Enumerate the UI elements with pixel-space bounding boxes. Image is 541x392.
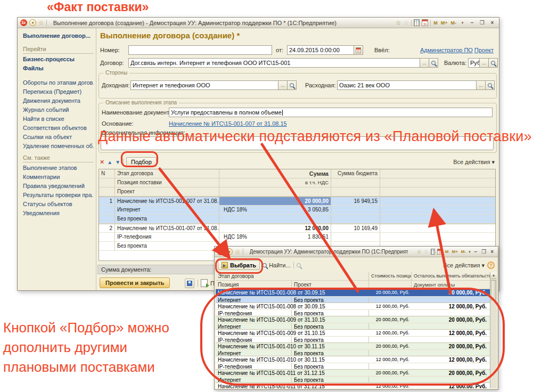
add-favorite-icon[interactable]: ☆ [396, 20, 401, 26]
add-favorite-icon[interactable]: ☆ [417, 249, 422, 255]
minimize-button[interactable]: – [468, 19, 476, 27]
currency-open-button[interactable] [489, 58, 498, 68]
move-up-icon[interactable]: ▲ [107, 159, 112, 165]
currency-select-button[interactable]: ... [480, 58, 489, 68]
expense-input[interactable]: Оазис 21 век ООО [337, 80, 477, 90]
cell-project[interactable]: Без проекта [115, 215, 219, 223]
cell-sum-selected[interactable]: 20 000,00 [219, 197, 331, 205]
docname-input[interactable]: Услуги предоставлены в полном объеме [169, 108, 493, 117]
currency-input[interactable]: Руб. [468, 58, 480, 68]
contract-input[interactable]: Дог.связь интерн. Интернет и телефония О… [128, 58, 420, 68]
close-button[interactable]: × [488, 19, 496, 27]
income-select-button[interactable]: ... [278, 80, 288, 90]
sidebar-item-correspondence[interactable]: Переписка (Предмет) [23, 88, 94, 95]
sidebar-item-notification-rules[interactable]: Правила уведомлений [23, 183, 94, 190]
table-row[interactable]: Без проекта [99, 215, 495, 224]
col-rest: Осталось выполнить обязательств на: [412, 272, 491, 280]
all-actions-button[interactable]: Все действия▾ [443, 262, 485, 269]
callout-auto-substitution: Данные автоматически подставляются из «П… [98, 128, 532, 145]
cell-budget[interactable]: 16 949,15 [331, 197, 380, 205]
post-icon[interactable] [201, 279, 208, 287]
favorite-star-icon[interactable]: ☆ [38, 20, 44, 26]
table-row[interactable]: Интернет 3 050,85 НДС 18% [99, 206, 495, 215]
favorite-star-icon[interactable]: ☆ [235, 249, 241, 255]
basis-label: Основание: [102, 120, 133, 127]
income-open-button[interactable] [288, 80, 297, 90]
cell-stage[interactable]: Начисление № ИТС\15-001-007 от 31.08.15 [115, 197, 219, 205]
favorites-list-icon[interactable]: ☆ [403, 20, 409, 26]
close-button[interactable]: × [489, 248, 495, 256]
cell-stage[interactable]: Начисление № ИТС\15-001-007 от 31.08.15 [115, 224, 219, 232]
number-input[interactable] [128, 45, 272, 55]
sidebar-item-business-processes[interactable]: Бизнес-процессы [23, 56, 94, 63]
sidebar-item-event-log[interactable]: Журнал событий [23, 107, 94, 113]
date-input[interactable]: 24.09.2015 0:00:00 [287, 45, 354, 55]
chevron-down-icon[interactable]: ▾ [459, 19, 466, 26]
calculator-icon[interactable] [431, 249, 436, 255]
contract-open-button[interactable] [429, 58, 438, 68]
chevron-down-icon[interactable]: ▾ [469, 250, 471, 254]
post-and-close-button[interactable]: Провести и закрыть [100, 277, 170, 288]
move-down-icon[interactable]: ▼ [115, 159, 120, 165]
sidebar-section-goto: Перейти [23, 46, 94, 54]
table-header-row[interactable]: Позиция поставки в т.ч. НДС [99, 178, 495, 187]
col-budget: Сумма бюджета [331, 169, 380, 178]
minimize-button[interactable]: – [473, 248, 479, 256]
sidebar-item-object-links[interactable]: Ссылки на объект [23, 134, 94, 141]
maximize-button[interactable]: ❒ [481, 248, 487, 256]
save-button[interactable] [185, 279, 194, 288]
income-input[interactable]: Интернет и телефония ООО [130, 80, 278, 90]
sidebar-item-comments[interactable]: Комментарии [23, 174, 94, 181]
cell-position[interactable]: Интернет [115, 206, 219, 214]
scroll-up-icon[interactable]: ▲ [490, 272, 497, 279]
cell-sum[interactable]: 12 000,00 [219, 224, 331, 232]
memory-mplus-button[interactable]: М+ [451, 249, 458, 254]
sidebar-item-find-in-list[interactable]: Найти в списке [23, 116, 94, 123]
table-row[interactable]: IP-телефония 1 830,51 НДС 18% [99, 233, 495, 242]
help-icon[interactable]: ? [487, 262, 495, 269]
memory-m-button[interactable]: М [445, 249, 449, 254]
maximize-button[interactable]: ❒ [478, 19, 486, 27]
table-header-row[interactable]: Проект [99, 187, 495, 197]
date-picker-button[interactable]: 31 [354, 45, 363, 55]
cell-project[interactable]: Без проекта [115, 242, 219, 250]
memory-mminus-button[interactable]: М- [450, 20, 457, 26]
favorites-list-icon[interactable]: ☆ [424, 249, 429, 255]
sidebar-item-doc-movements[interactable]: Движения документа [23, 97, 94, 104]
sidebar-item-delete-marked[interactable]: Удаление помеченных об... [23, 143, 94, 150]
contract-select-button[interactable]: ... [420, 58, 429, 68]
sidebar-item-current[interactable]: Выполнение договор... [23, 32, 94, 39]
system-menu-icon[interactable]: ▾ [29, 19, 36, 26]
table-row[interactable]: 2 Начисление № ИТС\15-001-007 от 31.08.1… [99, 224, 495, 233]
memory-mminus-button[interactable]: М- [461, 249, 466, 254]
table-header-row[interactable]: N Этап договора Сумма Сумма бюджета [99, 169, 495, 178]
expense-open-button[interactable] [486, 80, 495, 90]
system-menu-icon[interactable]: ▾ [226, 248, 232, 255]
calendar-icon[interactable]: 31 [437, 249, 442, 255]
sidebar-item-files[interactable]: Файлы [23, 65, 94, 72]
expense-select-button[interactable]: ... [477, 80, 486, 90]
calendar-icon[interactable]: 31 [422, 19, 428, 26]
entered-by-link[interactable]: Администратор ПО [420, 47, 473, 53]
cell-budget[interactable]: 10 169,49 [331, 224, 380, 232]
cell-position[interactable]: IP-телефония [115, 233, 219, 241]
project-link[interactable]: Проект [474, 47, 494, 53]
window-title: Выполнение договора (создание) - Демостр… [53, 20, 337, 26]
sidebar-item-stage-execution[interactable]: Выполнение этапов [23, 165, 94, 172]
sidebar-item-object-statuses[interactable]: Статусы объектов [23, 201, 94, 208]
delete-row-icon[interactable]: ✕ [100, 159, 104, 166]
memory-mplus-button[interactable]: М+ [440, 20, 448, 26]
find-button[interactable]: Найти... [263, 262, 291, 268]
sidebar-item-object-matches[interactable]: Соответствия объектов [23, 125, 94, 132]
sidebar-item-check-results[interactable]: Результаты проверки пра... [23, 192, 94, 199]
basis-link[interactable]: Начисление № ИТС\15-001-007 от 31.08.15 [169, 120, 287, 127]
table-toolbar: ✕ ▲ ▼ Подбор Все действия▾ [100, 156, 495, 168]
table-row[interactable]: 1 Начисление № ИТС\15-001-007 от 31.08.1… [99, 197, 495, 206]
sidebar-item-notifications[interactable]: Уведомления [23, 210, 94, 217]
currency-label: Валюта: [444, 60, 466, 66]
clear-search-icon[interactable] [297, 263, 301, 267]
sidebar-item-turnovers[interactable]: Обороты по этапам догов... [23, 79, 94, 86]
calculator-icon[interactable] [414, 19, 420, 26]
memory-m-button[interactable]: М [433, 20, 438, 26]
all-actions-button[interactable]: Все действия▾ [453, 159, 495, 166]
